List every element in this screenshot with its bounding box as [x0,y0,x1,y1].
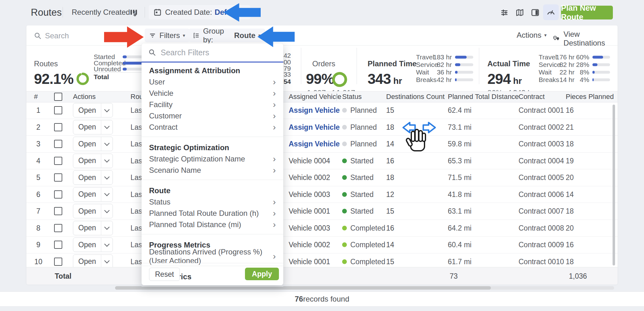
row-index: 2 [32,123,45,131]
row-checkbox[interactable] [54,190,62,199]
open-split-button[interactable]: Open [73,170,113,185]
assigned-vehicle-value: Vehicle 0003 [289,190,330,199]
filter-item[interactable]: Status› [142,196,283,208]
sort-dropdown[interactable]: Recently Created ▾ [72,8,135,17]
open-button[interactable]: Open [73,170,113,185]
table-row[interactable]: 5OpenLastVehicle 0002Started1871.5 miCon… [26,169,618,186]
column-index[interactable]: # [34,93,38,101]
assign-vehicle-link[interactable]: Assign Vehicle [289,106,340,115]
filter-item[interactable]: Planned Total Route Duration (h)› [142,208,283,219]
open-button[interactable]: Open [73,221,113,235]
legend-label: Travel [539,53,557,61]
open-button-caret[interactable] [101,120,113,134]
filter-item[interactable]: Strategic Optimization Name› [142,153,283,165]
open-button[interactable]: Open [73,187,113,202]
tune-button[interactable] [499,8,509,18]
contract-value: Contract 0007 [519,207,564,216]
column-pieces-planned[interactable]: Pieces Planned [566,93,614,101]
table-row[interactable]: 1OpenLastAssign VehiclePlanned1562.4 miC… [26,102,618,119]
side-panel-button[interactable] [530,8,540,18]
filter-section-title: Strategic Optimization [142,142,283,153]
open-button[interactable]: Open [73,204,113,218]
row-checkbox[interactable] [54,258,62,266]
filter-item[interactable]: User› [142,76,283,88]
column-planned-total-distance[interactable]: Planned Total DIstance [448,93,519,101]
table-row[interactable]: 8OpenLastVehicle 0003Completed1664.2 miC… [26,220,618,237]
column-settings-button[interactable] [129,8,139,18]
reset-button[interactable]: Reset [149,268,180,281]
open-button-caret[interactable] [101,103,113,117]
pieces-planned-value: 16 [566,106,574,115]
open-split-button[interactable]: Open [73,154,113,168]
table-row[interactable]: 4OpenLastVehicle 0004Started1665.3 miCon… [26,153,618,170]
plan-new-route-button[interactable]: Plan New Route [561,6,613,19]
table-row[interactable]: 6OpenLastVehicle 0003Started1241.8 miCon… [26,186,618,203]
table-row[interactable]: 3OpenLastAssign VehiclePlanned1459.8 miC… [26,136,618,153]
row-checkbox[interactable] [54,173,62,182]
row-checkbox[interactable] [54,123,62,131]
vertical-scrollbar[interactable] [613,105,615,265]
apply-button[interactable]: Apply [245,268,279,280]
column-status[interactable]: Status [342,93,362,101]
open-split-button[interactable]: Open [73,204,113,218]
select-all-checkbox[interactable] [54,93,62,101]
filter-item[interactable]: Destinations Arrived (Progress %) (User … [142,251,283,262]
filter-section-divider [142,180,283,180]
assign-vehicle-link[interactable]: Assign Vehicle [289,123,340,131]
column-assigned-vehicle[interactable]: Assigned Vehicle [289,93,341,101]
open-button-caret[interactable] [101,238,113,252]
open-button-caret[interactable] [101,188,113,201]
map-view-button[interactable] [515,8,525,18]
open-split-button[interactable]: Open [73,254,113,269]
open-split-button[interactable]: Open [73,103,113,117]
open-button-caret[interactable] [101,137,113,151]
column-actions[interactable]: Actions [73,93,96,101]
row-checkbox[interactable] [54,140,62,148]
row-checkbox[interactable] [54,241,62,249]
filter-item[interactable]: Scenario Name› [142,165,283,176]
open-split-button[interactable]: Open [73,137,113,151]
open-button[interactable]: Open [73,120,113,134]
open-button[interactable]: Open [73,137,113,151]
column-contract[interactable]: Contract [519,93,545,101]
view-destinations-button[interactable]: View Destinations [552,30,618,47]
filter-search-row[interactable]: Search Filters [142,43,283,63]
filter-search-input[interactable]: Search Filters [161,48,209,57]
header-divider-2 [145,7,145,18]
open-button-caret[interactable] [101,154,113,168]
open-button-caret[interactable] [101,221,113,235]
search-input[interactable]: Search [45,31,69,40]
open-split-button[interactable]: Open [73,120,113,134]
open-button[interactable]: Open [73,103,113,117]
open-split-button[interactable]: Open [73,237,113,252]
open-button-caret[interactable] [101,204,113,218]
open-button[interactable]: Open [73,237,113,252]
open-button-caret[interactable] [101,171,113,184]
column-destinations-count[interactable]: Destinations Count [386,93,445,101]
open-split-button[interactable]: Open [73,221,113,235]
filter-item[interactable]: Planned Total Distance (mi)› [142,219,283,230]
filters-dropdown[interactable]: Filters ▾ [145,29,190,42]
planned-distance-value: 61.7 mi [448,257,471,266]
assign-vehicle-link[interactable]: Assign Vehicle [289,140,340,148]
table-row[interactable]: 9OpenLastVehicle 0002Completed1460.4 miC… [26,237,618,254]
row-checkbox[interactable] [54,106,62,114]
open-button[interactable]: Open [73,154,113,168]
filters-panel: Search Filters Assignment & AttributionU… [142,43,283,285]
actions-dropdown[interactable]: Actions ▾ [517,31,547,40]
group-by-dropdown[interactable]: Group by: Route ▾ [189,29,265,42]
filter-item[interactable]: Facility› [142,99,283,110]
filter-item[interactable]: Vehicle› [142,88,283,99]
dashboard-gauge-button[interactable] [543,4,559,20]
row-checkbox[interactable] [54,157,62,165]
open-split-button[interactable]: Open [73,187,113,202]
open-button-caret[interactable] [101,255,113,269]
table-row[interactable]: 7OpenLastVehicle 0001Started1563.1 miCon… [26,203,618,220]
filter-item[interactable]: Contract› [142,122,283,133]
row-checkbox[interactable] [54,224,62,232]
table-row[interactable]: 2OpenLastAssign VehiclePlanned1873.1 miC… [26,119,618,136]
status-dot-icon [342,243,347,247]
open-button[interactable]: Open [73,254,113,269]
row-checkbox[interactable] [54,207,62,215]
filter-item[interactable]: Customer› [142,110,283,122]
